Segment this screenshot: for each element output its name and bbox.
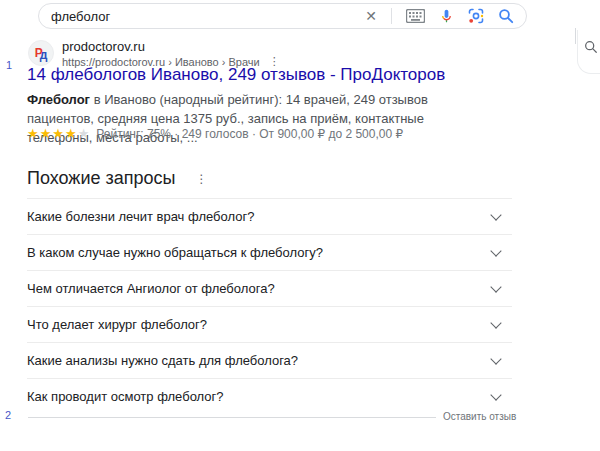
divider (391, 8, 392, 24)
side-panel-corner (577, 30, 600, 74)
related-searches-header: Похожие запросы ⋮ (27, 168, 207, 189)
search-bar[interactable]: флеболог ✕ (38, 3, 527, 29)
favicon-letter-d: д (40, 48, 48, 62)
question-text: Как проводит осмотр флеболог? (27, 389, 224, 404)
snippet-bold-keyword: Флеболог (27, 92, 90, 107)
question-text: Какие анализы нужно сдать для флеболога? (27, 353, 298, 368)
question-text: В каком случае нужно обращаться к флебол… (27, 245, 323, 260)
chevron-down-icon (490, 389, 501, 400)
related-searches-title: Похожие запросы (27, 168, 175, 189)
related-question-row[interactable]: В каком случае нужно обращаться к флебол… (27, 234, 512, 270)
chevron-down-icon (490, 245, 501, 256)
chevron-down-icon (490, 209, 501, 220)
result-title-link[interactable]: 14 флебологов Иваново, 249 отзывов - Про… (27, 65, 445, 85)
chevron-down-icon (490, 353, 501, 364)
annotation-marker-1: 1 (6, 59, 12, 71)
panel-divider (575, 28, 576, 44)
site-name: prodoctorov.ru (62, 40, 145, 54)
related-questions-list: Какие болезни лечит врач флеболог? В как… (27, 198, 512, 414)
question-text: Что делает хирург флеболог? (27, 317, 207, 332)
rating-summary: Рейтинг: 75% · 249 голосов · От 900,00 ₽… (96, 127, 403, 141)
google-serp-page: флеболог ✕ (0, 0, 600, 451)
chevron-down-icon (490, 281, 501, 292)
keyboard-icon[interactable] (406, 9, 425, 23)
search-bar-icons: ✕ (365, 8, 514, 24)
chevron-down-icon (490, 317, 501, 328)
search-submit-icon[interactable] (498, 8, 514, 24)
related-question-row[interactable]: Как проводит осмотр флеболог? (27, 378, 512, 414)
related-question-row[interactable]: Какие анализы нужно сдать для флеболога? (27, 342, 512, 378)
voice-search-mic-icon[interactable] (439, 8, 454, 24)
leave-review-link[interactable]: Оставить отзыв (443, 411, 516, 422)
related-more-icon[interactable]: ⋮ (195, 172, 207, 186)
search-input[interactable]: флеболог (51, 9, 365, 24)
google-lens-icon[interactable] (468, 8, 484, 24)
question-text: Чем отличается Ангиолог от флеболога? (27, 281, 275, 296)
stars-filled-icon: ★★★★ (27, 126, 78, 141)
related-question-row[interactable]: Что делает хирург флеболог? (27, 306, 512, 342)
panel-search-icon[interactable] (584, 40, 598, 54)
related-question-row[interactable]: Какие болезни лечит врач флеболог? (27, 198, 512, 234)
clear-icon[interactable]: ✕ (365, 9, 377, 23)
site-favicon: Рд (28, 40, 54, 66)
related-question-row[interactable]: Чем отличается Ангиолог от флеболога? (27, 270, 512, 306)
rating-row: ★★★★ ★ Рейтинг: 75% · 249 голосов · От 9… (27, 126, 403, 141)
footer-divider (28, 417, 436, 418)
annotation-marker-2: 2 (5, 409, 11, 421)
star-empty-icon: ★ (78, 126, 90, 141)
question-text: Какие болезни лечит врач флеболог? (27, 209, 254, 224)
